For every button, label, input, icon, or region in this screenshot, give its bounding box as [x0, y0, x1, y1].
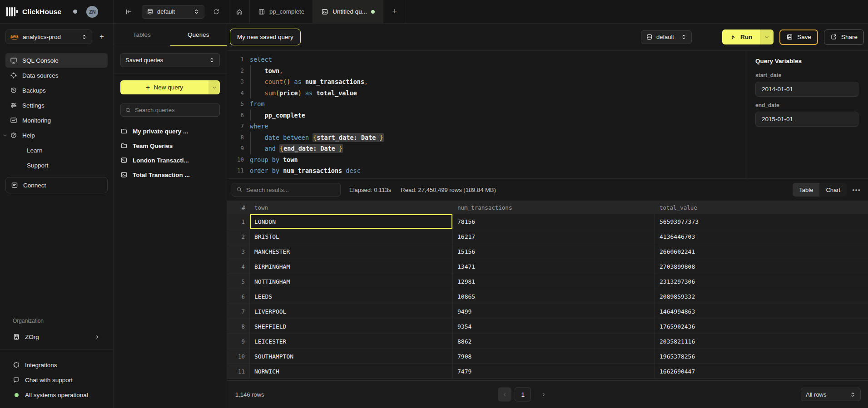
new-query-dropdown-button[interactable] [208, 80, 220, 94]
saved-query-tab[interactable]: My new saved query [230, 29, 301, 45]
sidebar-item-support[interactable]: Support [5, 158, 108, 172]
num-transactions-cell[interactable]: 78156 [453, 214, 655, 229]
town-cell[interactable]: BRISTOL [250, 229, 453, 244]
row-index-cell[interactable]: 3 [227, 244, 250, 259]
sidebar-item-help[interactable]: Help [5, 128, 108, 143]
row-index-cell[interactable]: 11 [227, 364, 250, 379]
town-cell[interactable]: NORWICH [250, 364, 453, 379]
topbar-database-select[interactable]: default [142, 5, 204, 19]
town-cell[interactable]: MANCHESTER [250, 244, 453, 259]
code-line[interactable]: 11order by num_transactions desc [227, 165, 745, 177]
num-transactions-cell[interactable]: 15156 [453, 244, 655, 259]
sidebar-item-system-status[interactable]: All systems operational [13, 389, 100, 401]
search-results-input[interactable] [246, 187, 336, 193]
num-transactions-cell[interactable]: 13471 [453, 259, 655, 274]
run-button[interactable]: Run [722, 29, 774, 44]
sidebar-item-monitoring[interactable]: Monitoring [5, 113, 108, 128]
column-header-town[interactable]: town [250, 201, 453, 214]
row-index-cell[interactable]: 7 [227, 304, 250, 319]
num-transactions-cell[interactable]: 12981 [453, 274, 655, 289]
row-index-cell[interactable]: 6 [227, 289, 250, 304]
num-transactions-cell[interactable]: 9354 [453, 319, 655, 334]
num-transactions-cell[interactable]: 7479 [453, 364, 655, 379]
run-button-main[interactable]: Run [722, 29, 760, 44]
code-line[interactable]: 4 sum(price) as total_value [227, 88, 745, 99]
start-date-input[interactable] [755, 82, 858, 97]
organization-item[interactable]: ZOrg [0, 329, 113, 344]
num-transactions-cell[interactable]: 9499 [453, 304, 655, 319]
total-value-cell[interactable]: 2089859332 [655, 289, 868, 304]
saved-queries-select[interactable]: Saved queries [120, 53, 220, 67]
query-folder-item[interactable]: My private query ... [120, 124, 220, 138]
tab-tables[interactable]: Tables [114, 24, 170, 46]
row-index-cell[interactable]: 9 [227, 334, 250, 349]
town-cell[interactable]: NOTTINGHAM [250, 274, 453, 289]
num-transactions-cell[interactable]: 16217 [453, 229, 655, 244]
connect-button[interactable]: Connect [5, 177, 108, 193]
view-table-button[interactable]: Table [793, 183, 819, 197]
next-page-button[interactable] [538, 388, 550, 401]
code-line[interactable]: 8 date between {start_date: Date } [227, 132, 745, 143]
code-line[interactable]: 5from [227, 98, 745, 110]
query-folder-item[interactable]: Team Queries [120, 138, 220, 153]
total-value-cell[interactable]: 4136446703 [655, 229, 868, 244]
tab-home[interactable] [229, 0, 250, 23]
total-value-cell[interactable]: 2660602241 [655, 244, 868, 259]
query-item[interactable]: Total Transaction ... [120, 167, 220, 182]
column-header-index[interactable]: # [227, 201, 250, 214]
row-index-cell[interactable]: 1 [227, 214, 250, 229]
search-queries-input[interactable] [135, 107, 215, 113]
sidebar-item-settings[interactable]: Settings [5, 98, 108, 113]
tab-untitled-query[interactable]: Untitled qu... [313, 0, 383, 23]
code-line[interactable]: 9 and {end_date: Date } [227, 143, 745, 154]
town-cell[interactable]: SHEFFIELD [250, 319, 453, 334]
num-transactions-cell[interactable]: 7908 [453, 349, 655, 364]
sidebar-item-chat-support[interactable]: Chat with support [13, 374, 100, 386]
total-value-cell[interactable]: 2313297306 [655, 274, 868, 289]
collapse-sidebar-button[interactable] [123, 6, 134, 18]
code-line[interactable]: 7where [227, 121, 745, 132]
row-index-cell[interactable]: 4 [227, 259, 250, 274]
new-query-main[interactable]: + New query [120, 80, 208, 94]
column-header-num-transactions[interactable]: num_transactions [453, 201, 655, 214]
row-index-cell[interactable]: 10 [227, 349, 250, 364]
save-button[interactable]: Save [779, 29, 818, 45]
row-index-cell[interactable]: 8 [227, 319, 250, 334]
query-item[interactable]: London Transacti... [120, 153, 220, 167]
sidebar-item-sql-console[interactable]: SQL Console [5, 53, 108, 68]
run-dropdown-button[interactable] [760, 29, 774, 44]
code-line[interactable]: 3 count() as num_transactions, [227, 76, 745, 88]
refresh-button[interactable] [210, 6, 222, 18]
num-transactions-cell[interactable]: 10865 [453, 289, 655, 304]
code-line[interactable]: 1select [227, 54, 745, 65]
total-value-cell[interactable]: 1765902436 [655, 319, 868, 334]
new-tab-button[interactable]: + [383, 0, 406, 23]
town-cell[interactable]: SOUTHAMPTON [250, 349, 453, 364]
total-value-cell[interactable]: 1464994863 [655, 304, 868, 319]
previous-page-button[interactable] [498, 388, 511, 402]
town-cell[interactable]: LONDON [250, 214, 453, 229]
total-value-cell[interactable]: 56593977373 [655, 214, 868, 229]
sidebar-item-backups[interactable]: Backups [5, 83, 108, 98]
editor-database-select[interactable]: default [641, 30, 692, 44]
total-value-cell[interactable]: 2035821116 [655, 334, 868, 349]
page-size-select[interactable]: All rows [801, 388, 861, 401]
code-line[interactable]: 2 town, [227, 65, 745, 77]
total-value-cell[interactable]: 2703899808 [655, 259, 868, 274]
sidebar-item-learn[interactable]: Learn [5, 143, 108, 157]
new-query-button[interactable]: + New query [120, 80, 220, 94]
total-value-cell[interactable]: 1965378256 [655, 349, 868, 364]
sidebar-item-data-sources[interactable]: Data sources [5, 68, 108, 83]
total-value-cell[interactable]: 1662690447 [655, 364, 868, 379]
town-cell[interactable]: LEICESTER [250, 334, 453, 349]
tab-pp-complete[interactable]: pp_complete [250, 0, 313, 23]
view-chart-button[interactable]: Chart [819, 183, 847, 197]
sql-editor[interactable]: 1select2 town,3 count() as num_transacti… [227, 51, 745, 178]
town-cell[interactable]: LIVERPOOL [250, 304, 453, 319]
current-page[interactable]: 1 [515, 388, 531, 402]
end-date-input[interactable] [755, 112, 858, 127]
code-line[interactable]: 6 pp_complete [227, 110, 745, 121]
more-options-button[interactable]: ••• [852, 186, 861, 194]
code-line[interactable]: 10group by town [227, 154, 745, 166]
num-transactions-cell[interactable]: 8862 [453, 334, 655, 349]
